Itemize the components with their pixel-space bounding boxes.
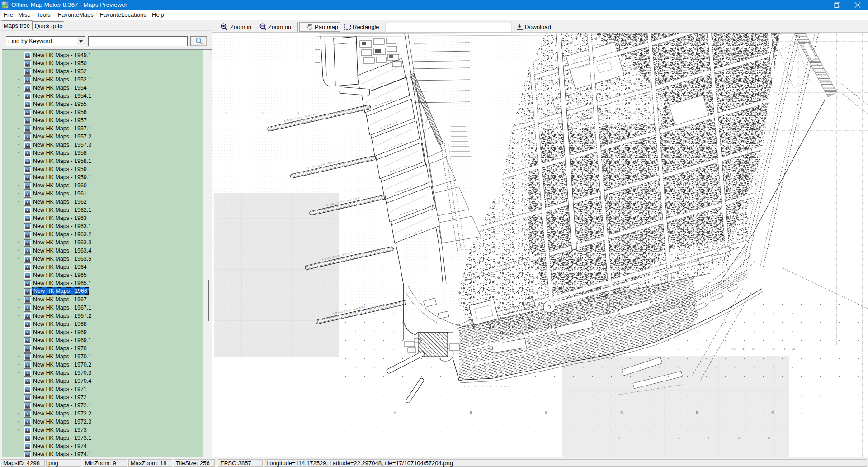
svg-text:H A R B O U R: H A R B O U R xyxy=(732,348,799,351)
svg-text:E O J R: E O J R xyxy=(226,111,351,114)
svg-text:V I C T O R: V I C T O R xyxy=(618,436,784,439)
svg-text:TSIM SHA TSUI: TSIM SHA TSUI xyxy=(464,385,511,388)
svg-text:H B S O B R: H B S O B R xyxy=(394,411,810,414)
